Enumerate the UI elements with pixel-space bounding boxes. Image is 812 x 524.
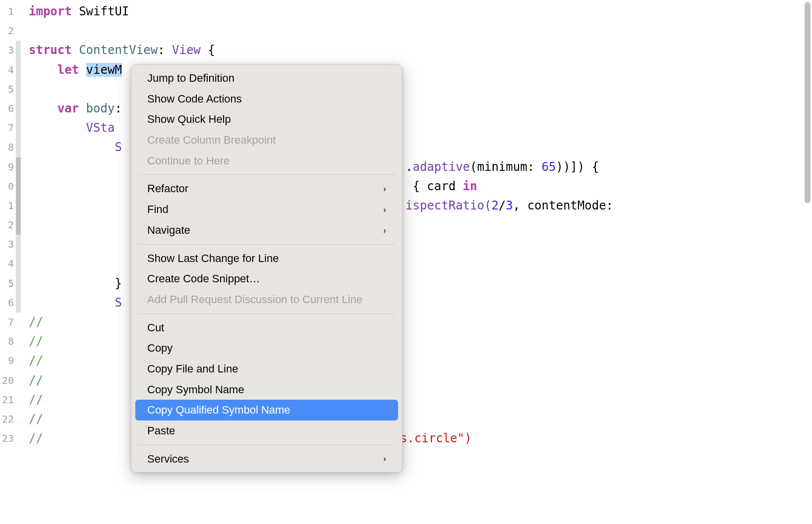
menu-item-services[interactable]: Services› bbox=[135, 449, 398, 470]
menu-separator bbox=[138, 445, 395, 445]
menu-item-copy-symbol-name[interactable]: Copy Symbol Name bbox=[135, 379, 398, 400]
line-number: 1 bbox=[0, 196, 21, 215]
line-number: 9 bbox=[0, 351, 21, 370]
line-number: 23 bbox=[0, 429, 21, 448]
line-number: 6 bbox=[0, 293, 21, 313]
line-number: 20 bbox=[0, 371, 21, 390]
line-number: 1 bbox=[0, 2, 21, 21]
menu-separator bbox=[138, 314, 395, 314]
code-editor[interactable]: 1 2 3 4 5 6 7 8 9 0 1 2 3 4 5 6 7 8 9 20… bbox=[0, 0, 812, 524]
line-number: 2 bbox=[0, 21, 21, 41]
chevron-right-icon: › bbox=[383, 204, 386, 215]
menu-separator bbox=[138, 244, 395, 245]
line-number: 3 bbox=[0, 41, 21, 60]
chevron-right-icon: › bbox=[383, 453, 386, 465]
line-number: 7 bbox=[0, 313, 21, 332]
menu-item-show-code-actions[interactable]: Show Code Actions bbox=[135, 89, 398, 109]
menu-item-navigate[interactable]: Navigate› bbox=[135, 220, 398, 241]
menu-item-find[interactable]: Find› bbox=[135, 199, 398, 220]
menu-item-continue-to-here: Continue to Here bbox=[135, 151, 398, 171]
line-number: 5 bbox=[0, 274, 21, 293]
menu-item-paste[interactable]: Paste bbox=[135, 420, 398, 441]
line-number: 4 bbox=[0, 254, 21, 273]
line-number: 2 bbox=[0, 215, 21, 235]
menu-item-show-quick-help[interactable]: Show Quick Help bbox=[135, 109, 398, 130]
line-number: 3 bbox=[0, 235, 21, 254]
line-number: 7 bbox=[0, 118, 21, 138]
line-number: 4 bbox=[0, 60, 21, 80]
line-number: 21 bbox=[0, 390, 21, 410]
menu-item-copy-file-and-line[interactable]: Copy File and Line bbox=[135, 359, 398, 379]
line-number-gutter: 1 2 3 4 5 6 7 8 9 0 1 2 3 4 5 6 7 8 9 20… bbox=[0, 0, 21, 524]
line-number: 5 bbox=[0, 80, 21, 99]
line-number: 9 bbox=[0, 157, 21, 177]
line-number: 0 bbox=[0, 177, 21, 196]
vertical-scrollbar[interactable] bbox=[803, 0, 812, 524]
menu-item-copy-qualified-symbol-name[interactable]: Copy Qualified Symbol Name bbox=[135, 400, 398, 420]
menu-item-jump-to-definition[interactable]: Jump to Definition bbox=[135, 68, 398, 89]
chevron-right-icon: › bbox=[383, 183, 386, 195]
menu-item-cut[interactable]: Cut bbox=[135, 317, 398, 338]
menu-item-create-column-breakpoint: Create Column Breakpoint bbox=[135, 130, 398, 151]
line-number: 6 bbox=[0, 99, 21, 118]
menu-item-show-last-change[interactable]: Show Last Change for Line bbox=[135, 248, 398, 269]
line-number: 22 bbox=[0, 410, 21, 429]
code-line: import SwiftUI bbox=[21, 2, 812, 21]
context-menu: Jump to Definition Show Code Actions Sho… bbox=[131, 64, 403, 472]
chevron-right-icon: › bbox=[383, 224, 386, 236]
scrollbar-thumb[interactable] bbox=[805, 2, 811, 203]
menu-item-refactor[interactable]: Refactor› bbox=[135, 178, 398, 199]
line-number: 8 bbox=[0, 138, 21, 157]
code-line: struct ContentView: View { bbox=[21, 41, 812, 60]
menu-item-add-pull-request-discussion: Add Pull Request Discussion to Current L… bbox=[135, 289, 398, 310]
line-number: 8 bbox=[0, 332, 21, 351]
code-line bbox=[21, 21, 812, 41]
menu-item-copy[interactable]: Copy bbox=[135, 338, 398, 359]
menu-item-create-code-snippet[interactable]: Create Code Snippet… bbox=[135, 268, 398, 289]
menu-separator bbox=[138, 174, 395, 175]
